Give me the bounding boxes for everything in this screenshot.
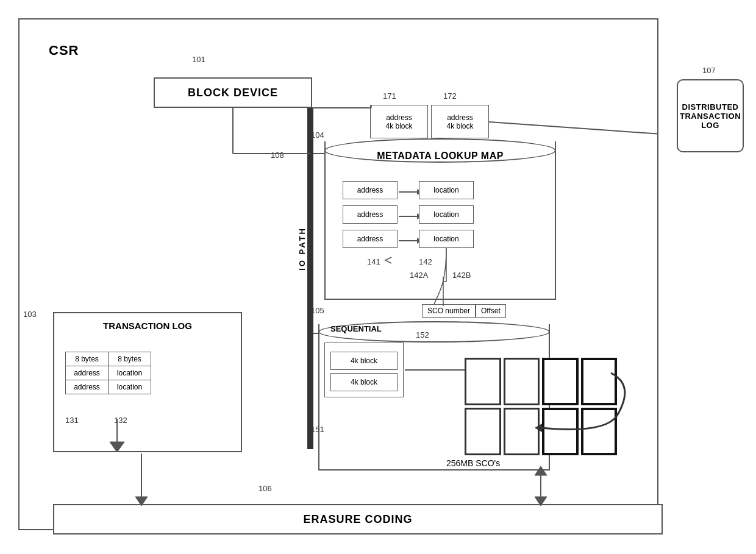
ref-131: 131 xyxy=(65,416,79,425)
meta-addr-3: address xyxy=(343,230,398,248)
ref-104: 104 xyxy=(311,130,324,140)
io-path-label: IO PATH xyxy=(298,227,307,271)
sco-cell-6 xyxy=(504,408,540,455)
ref-106: 106 xyxy=(259,484,272,493)
tlog-loc-1: location xyxy=(109,366,151,380)
tlog-8bytes-2: 8 bytes xyxy=(109,352,151,366)
svg-line-4 xyxy=(489,122,657,135)
addr-box-172: address 4k block xyxy=(431,105,489,138)
ref-171: 171 xyxy=(383,91,396,101)
ref-103: 103 xyxy=(23,310,37,319)
sco-cell-2 xyxy=(504,358,540,405)
tlog-addr-2: address xyxy=(66,380,109,394)
dtl-box: DISTRIBUTED TRANSACTION LOG xyxy=(677,79,744,152)
sco-cell-8 xyxy=(581,408,618,455)
tlog-8bytes-1: 8 bytes xyxy=(66,352,109,366)
metadata-lookup-map-label: METADATA LOOKUP MAP xyxy=(361,151,519,162)
addr-box-171: address 4k block xyxy=(370,105,428,138)
csr-label: CSR xyxy=(49,43,79,59)
meta-loc-2: location xyxy=(419,205,474,224)
sco-cell-7 xyxy=(542,408,579,455)
ref-142A: 142A xyxy=(410,271,428,280)
sco-cell-4 xyxy=(581,358,618,405)
ref-152: 152 xyxy=(416,330,429,339)
block-device-box: BLOCK DEVICE xyxy=(154,77,312,108)
sco-offset-container: SCO number Offset xyxy=(422,304,506,318)
sco-cell-3 xyxy=(542,358,579,405)
ref-142: 142 xyxy=(419,257,432,266)
ref-101: 101 xyxy=(192,55,205,64)
sco-cell-1 xyxy=(465,358,501,405)
ref-151: 151 xyxy=(311,425,324,434)
meta-loc-3: location xyxy=(419,230,474,248)
io-path-line xyxy=(307,108,313,449)
ref-108: 108 xyxy=(271,151,284,160)
sco-256mb-label: 256MB SCO's xyxy=(446,458,500,468)
meta-addr-2: address xyxy=(343,205,398,224)
seq-inner-box xyxy=(324,343,404,397)
ref-172: 172 xyxy=(443,91,457,101)
tlog-addr-1: address xyxy=(66,366,109,380)
meta-loc-1: location xyxy=(419,181,474,199)
dtl-label: DISTRIBUTED TRANSACTION LOG xyxy=(680,102,741,130)
ref-105: 105 xyxy=(311,306,324,315)
meta-addr-1: address xyxy=(343,181,398,199)
main-border: CSR 101 BLOCK DEVICE 171 172 address 4k … xyxy=(18,18,658,530)
ref-107: 107 xyxy=(702,66,716,75)
sequential-label: SEQUENTIAL xyxy=(330,324,382,333)
ref-132: 132 xyxy=(114,416,127,425)
sco-cell-5 xyxy=(465,408,501,455)
ref-141: 141 xyxy=(367,257,380,266)
transaction-log-title: TRANSACTION LOG xyxy=(103,321,192,331)
page-container: CSR 101 BLOCK DEVICE 171 172 address 4k … xyxy=(0,0,756,554)
sco-number-box: SCO number xyxy=(422,304,476,318)
ref-142B: 142B xyxy=(452,271,471,280)
tlog-loc-2: location xyxy=(109,380,151,394)
erasure-coding-box: ERASURE CODING xyxy=(53,504,663,534)
offset-box: Offset xyxy=(476,304,506,318)
tlog-table: 8 bytes 8 bytes address location address… xyxy=(65,352,151,394)
sco-grid xyxy=(465,358,617,455)
